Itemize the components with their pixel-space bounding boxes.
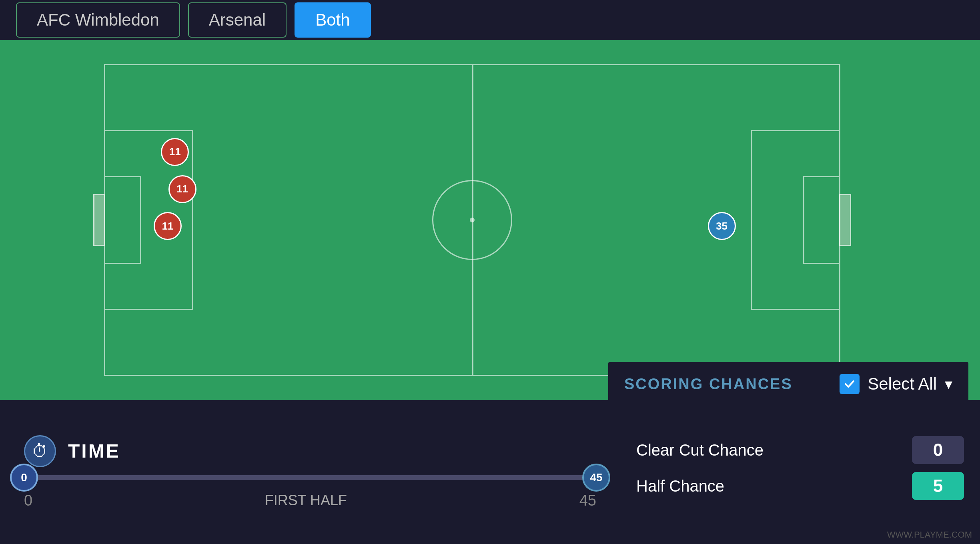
slider-right-value: 45 xyxy=(590,471,602,484)
right-6yard-box xyxy=(803,176,839,264)
left-6yard-box xyxy=(105,176,141,264)
select-all-checkbox[interactable] xyxy=(840,374,860,394)
slider-min-label: 0 xyxy=(24,492,32,509)
pitch-container: 11 11 11 35 xyxy=(0,40,980,400)
dropdown-arrow-icon[interactable]: ▾ xyxy=(945,375,952,393)
slider-left-value: 0 xyxy=(21,471,27,484)
scoring-header: SCORING CHANCES Select All ▾ xyxy=(624,374,952,394)
slider-thumb-left[interactable]: 0 xyxy=(10,464,38,492)
bottom-panel: ⏱ TIME 0 45 0 FIRST HALF 45 Clear Cut Ch… xyxy=(0,400,980,544)
timer-icon: ⏱ xyxy=(32,442,48,461)
watermark: WWW.PLAYME.COM xyxy=(887,530,972,540)
slider-labels: 0 FIRST HALF 45 xyxy=(24,492,596,509)
chance-label-1: Half Chance xyxy=(636,477,904,495)
time-label: TIME xyxy=(68,440,120,462)
team2-filter-button[interactable]: Arsenal xyxy=(188,2,287,38)
slider-mid-label: FIRST HALF xyxy=(265,492,347,509)
select-all-label: Select All xyxy=(868,374,937,394)
checkmark-icon xyxy=(844,378,855,390)
scoring-data-panel: Clear Cut Chance 0 Half Chance 5 xyxy=(620,428,980,516)
center-dot xyxy=(470,218,475,222)
chance-value-0: 0 xyxy=(933,440,943,460)
chance-row-0: Clear Cut Chance 0 xyxy=(636,436,964,464)
slider-track: 0 45 xyxy=(24,475,596,480)
player-marker-35[interactable]: 35 xyxy=(708,212,736,240)
time-slider[interactable]: 0 45 xyxy=(24,475,596,480)
slider-max-label: 45 xyxy=(579,492,596,509)
chance-badge-1: 5 xyxy=(912,472,964,500)
chance-badge-0: 0 xyxy=(912,436,964,464)
slider-thumb-right[interactable]: 45 xyxy=(582,464,610,492)
team1-filter-button[interactable]: AFC Wimbledon xyxy=(16,2,180,38)
player-marker-11c[interactable]: 11 xyxy=(154,212,182,240)
pitch: 11 11 11 35 xyxy=(104,64,840,376)
chance-label-0: Clear Cut Chance xyxy=(636,441,904,459)
player-marker-11b[interactable]: 11 xyxy=(168,175,196,203)
scoring-panel-header: SCORING CHANCES Select All ▾ xyxy=(608,362,968,418)
scoring-title: SCORING CHANCES xyxy=(624,376,793,393)
player-marker-11a[interactable]: 11 xyxy=(161,138,189,166)
goal-right xyxy=(839,194,851,246)
time-section: ⏱ TIME 0 45 0 FIRST HALF 45 xyxy=(0,423,620,521)
time-icon: ⏱ xyxy=(24,435,56,467)
chance-row-1: Half Chance 5 xyxy=(636,472,964,500)
select-all-area: Select All ▾ xyxy=(840,374,952,394)
time-header: ⏱ TIME xyxy=(24,435,596,467)
goal-left xyxy=(93,194,105,246)
both-filter-button[interactable]: Both xyxy=(295,2,371,38)
top-filter-bar: AFC Wimbledon Arsenal Both xyxy=(0,0,980,40)
chance-value-1: 5 xyxy=(933,476,943,496)
